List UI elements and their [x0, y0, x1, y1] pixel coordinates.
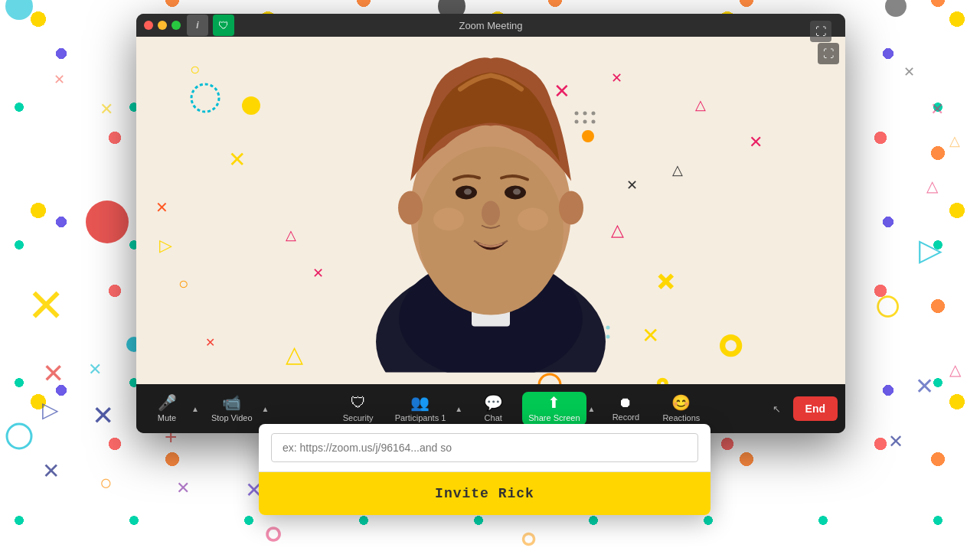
participants-icon: 👥: [410, 395, 430, 410]
svg-text:✕: ✕: [100, 99, 113, 119]
stop-video-button[interactable]: 📹 Stop Video: [204, 390, 260, 427]
svg-text:○: ○: [873, 276, 903, 332]
shield-icon[interactable]: 🛡: [213, 15, 234, 36]
record-icon: ⏺: [619, 396, 632, 409]
record-button[interactable]: ⏺ Record: [603, 391, 648, 426]
minimize-button[interactable]: [158, 21, 167, 30]
mute-group: 🎤 Mute ▲: [144, 390, 201, 427]
svg-point-145: [559, 191, 583, 225]
svg-point-136: [418, 147, 564, 315]
svg-text:✕: ✕: [888, 431, 903, 452]
svg-text:✕: ✕: [915, 373, 934, 399]
window-controls-right: ⛶: [816, 15, 838, 36]
chat-label: Chat: [485, 413, 502, 422]
video-feed: [136, 37, 845, 384]
mute-arrow[interactable]: ▲: [190, 405, 201, 413]
video-area: ○ ✕ ✕ ▷ △ ○ ✕ △ ✕ ✕ ✕ + ✕ ✕: [136, 37, 845, 384]
record-label: Record: [612, 412, 639, 422]
mute-label: Mute: [158, 413, 176, 422]
share-screen-button[interactable]: ⬆ Share Screen: [522, 392, 586, 425]
svg-point-4: [86, 201, 129, 243]
svg-text:✕: ✕: [54, 72, 65, 87]
title-bar: i 🛡 Zoom Meeting ⛶: [136, 14, 845, 37]
chat-icon: 💬: [484, 395, 503, 410]
svg-text:✕: ✕: [42, 459, 60, 483]
svg-point-137: [433, 208, 464, 231]
participants-arrow[interactable]: ▲: [453, 405, 464, 413]
toolbar-left-section: 🎤 Mute ▲ 📹 Stop Video ▲: [144, 390, 270, 427]
chat-button[interactable]: 💬 Chat: [470, 390, 516, 427]
info-icon[interactable]: i: [187, 15, 208, 36]
stop-video-label: Stop Video: [211, 413, 253, 422]
toolbar-center-section: 🛡 Security 👥 Participants 1 ▲ 💬 Chat ⬆ S…: [335, 390, 708, 427]
maximize-button[interactable]: [172, 21, 181, 30]
security-icon: 🛡: [351, 395, 366, 410]
svg-text:✕: ✕: [930, 99, 944, 119]
security-button[interactable]: 🛡 Security: [335, 390, 381, 427]
share-screen-icon: ⬆: [547, 395, 560, 410]
svg-point-142: [513, 189, 521, 195]
zoom-window: i 🛡 Zoom Meeting ⛶ ○ ✕ ✕ ▷ △ ○ ✕ △: [136, 14, 845, 433]
traffic-lights: [144, 21, 181, 30]
invite-rick-button[interactable]: Invite Rick: [259, 472, 710, 515]
participants-group: 👥 Participants 1 ▲: [387, 390, 465, 427]
participants-label: Participants 1: [395, 413, 446, 422]
invite-dialog: Invite Rick: [259, 424, 710, 515]
svg-text:✕: ✕: [176, 478, 190, 497]
svg-point-82: [885, 0, 906, 17]
svg-point-143: [482, 201, 500, 226]
svg-point-144: [398, 191, 423, 225]
svg-point-138: [518, 208, 548, 231]
svg-point-83: [5, 0, 33, 20]
reactions-button[interactable]: 😊 Reactions: [655, 390, 707, 427]
toolbar-right-section: ↖ End: [773, 396, 838, 421]
reactions-label: Reactions: [662, 413, 700, 422]
svg-text:△: △: [926, 178, 939, 194]
share-screen-group: ⬆ Share Screen ▲: [522, 392, 596, 425]
svg-point-84: [7, 424, 31, 448]
video-arrow[interactable]: ▲: [260, 405, 271, 413]
reactions-icon: 😊: [671, 395, 691, 410]
svg-text:✕: ✕: [92, 400, 114, 430]
svg-text:✕: ✕: [27, 280, 65, 331]
fullscreen-button[interactable]: ⛶: [818, 43, 839, 64]
svg-text:▷: ▷: [42, 398, 59, 422]
svg-text:✕: ✕: [903, 64, 915, 80]
share-screen-arrow[interactable]: ▲: [586, 405, 597, 413]
svg-text:△: △: [949, 133, 960, 148]
video-group: 📹 Stop Video ▲: [204, 390, 271, 427]
mute-button[interactable]: 🎤 Mute: [144, 390, 190, 427]
window-title: Zoom Meeting: [459, 20, 522, 31]
close-button[interactable]: [144, 21, 153, 30]
svg-text:▷: ▷: [919, 233, 942, 266]
security-label: Security: [343, 413, 374, 422]
svg-text:✕: ✕: [42, 358, 64, 388]
svg-text:○: ○: [100, 471, 113, 494]
camera-icon: 📹: [222, 395, 241, 410]
svg-text:△: △: [949, 361, 962, 378]
svg-text:○: ○: [264, 516, 283, 549]
invite-input-area: [259, 424, 710, 472]
svg-text:✕: ✕: [88, 360, 102, 379]
fullscreen-icon[interactable]: ⛶: [810, 21, 831, 42]
invite-link-input[interactable]: [271, 433, 698, 462]
cursor-area: ↖: [773, 403, 781, 415]
svg-text:○: ○: [521, 523, 537, 551]
svg-point-141: [464, 189, 472, 195]
participants-button[interactable]: 👥 Participants 1: [387, 390, 454, 427]
microphone-icon: 🎤: [158, 395, 177, 410]
end-button[interactable]: End: [793, 396, 838, 421]
share-screen-label: Share Screen: [528, 413, 580, 422]
